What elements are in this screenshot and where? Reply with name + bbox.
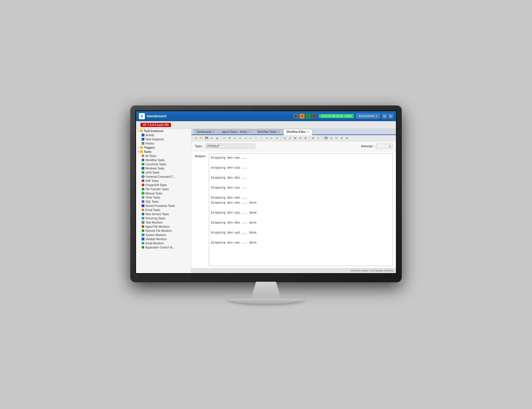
sidebar-item-email-tasks[interactable]: Email Tasks <box>136 208 191 212</box>
sidebar-item-zos-tasks[interactable]: z/OS Tasks <box>136 171 191 175</box>
output-box[interactable]: Stopping dev-uac ... Stopping dev-ua2 ..… <box>209 153 393 266</box>
tb-cut[interactable]: ✂ <box>222 136 227 140</box>
tb-pin[interactable]: ⊕ <box>345 136 349 140</box>
content-area: Dashboards ✕ Agent Status - Active ✕ Wor… <box>191 129 396 273</box>
timer-tasks-label: Timer Tasks <box>145 196 160 199</box>
tab-dashboards[interactable]: Dashboards ✕ <box>194 129 218 134</box>
attempt-input[interactable] <box>376 144 393 149</box>
app-name: stonebranch <box>147 114 167 118</box>
sidebar-item-windows-tasks[interactable]: Windows Tasks <box>136 166 191 171</box>
status-text: Workflow Name: UAS sample workflow <box>351 269 394 272</box>
tab-agent-status-close[interactable]: ✕ <box>249 130 251 133</box>
tab-agent-status[interactable]: Agent Status - Active ✕ <box>219 129 254 134</box>
sidebar-item-workflow-tasks[interactable]: Workflow Tasks <box>136 158 191 162</box>
tb-zoom-fit[interactable]: ⊞ <box>293 136 297 140</box>
tb-undo[interactable]: ↩ <box>233 136 237 140</box>
sidebar-item-recurring-tasks[interactable]: Recurring Tasks <box>136 216 191 220</box>
type-input[interactable] <box>205 144 255 149</box>
sidebar-section-tasks[interactable]: ▾ Tasks <box>136 150 191 154</box>
sql-tasks-label: SQL Tasks <box>145 200 159 203</box>
tb-attach[interactable]: 📎 <box>329 136 333 140</box>
sidebar-item-task-instances[interactable]: Task Instances <box>136 137 191 141</box>
sidebar-item-peoplesoft-tasks[interactable]: PeopleSoft Tasks <box>136 183 191 187</box>
tb-grid[interactable]: ⊞ <box>311 136 315 140</box>
sidebar-item-all-tasks[interactable]: All Tasks <box>136 154 191 158</box>
nav-icon-bell[interactable]: ● <box>300 114 305 119</box>
zos-tasks-icon <box>142 171 144 174</box>
tb-new[interactable]: ⬡ <box>194 136 198 140</box>
tb-arrow3[interactable]: ⇥ <box>264 136 269 140</box>
tb-copy[interactable]: ⧉ <box>227 136 232 140</box>
sidebar-item-sap-tasks[interactable]: SAP Tasks <box>136 179 191 183</box>
output-line-12: Stopping dev-ua1 ... done <box>211 210 391 215</box>
attempt-label: Attempt : <box>361 144 374 148</box>
linux-unix-label: Linux/Unix Tasks <box>145 163 166 166</box>
sidebar-item-history[interactable]: History <box>136 141 191 146</box>
tb-arrow4[interactable]: ⇤ <box>270 136 274 140</box>
tb-save3[interactable]: 💾 <box>324 136 328 140</box>
chevron-down-icon: ▾ <box>376 115 377 118</box>
sidebar-item-activity[interactable]: Activity <box>136 133 191 137</box>
admin-button[interactable]: Administrator ▾ <box>356 114 380 118</box>
tb-arrow2[interactable]: ↙ <box>249 136 253 140</box>
tb-minus[interactable]: − <box>259 136 264 140</box>
window-icon-1[interactable]: ⊡ <box>382 114 387 119</box>
sidebar-item-sql-tasks[interactable]: SQL Tasks <box>136 200 191 204</box>
tb-save[interactable]: 💾 <box>204 136 209 140</box>
sidebar-item-variable-monitors[interactable]: Variable Monitors <box>136 237 191 241</box>
output-line-4 <box>211 170 391 175</box>
sidebar-item-universal-command[interactable]: Universal Command T... <box>136 175 191 179</box>
nav-icon-gear[interactable]: ⚙ <box>312 114 317 119</box>
tb-arrow1[interactable]: ↗ <box>243 136 248 140</box>
sidebar-item-task-monitors[interactable]: Task Monitors <box>136 220 191 225</box>
tb-plus[interactable]: + <box>254 136 258 140</box>
datetime-badge: 2021-07-08 15:32 +0200 <box>319 114 354 118</box>
monitor-base <box>227 298 305 304</box>
output-container: Output : Stopping dev-uac ... Stopping d… <box>191 151 396 268</box>
tab-workflow-editor-close[interactable]: ✕ <box>307 130 309 133</box>
tb-redo[interactable]: ↪ <box>238 136 242 140</box>
tb-save2[interactable]: ⊙ <box>209 136 214 140</box>
email-tasks-label: Email Tasks <box>145 209 160 212</box>
tab-workflow-tasks[interactable]: Workflow Tasks ✕ <box>254 129 283 134</box>
expand-arrow-triggers: + <box>138 146 139 149</box>
tab-workflow-editor[interactable]: Workflow Editor ✕ <box>283 129 312 135</box>
output-line-14: Stopping dev-dbs ... done <box>211 220 391 225</box>
sidebar-item-file-transfer-tasks[interactable]: File Transfer Tasks <box>136 187 191 191</box>
sidebar-item-stored-procedure-tasks[interactable]: Stored Procedure Tasks <box>136 204 191 208</box>
sidebar-item-web-service-tasks[interactable]: Web Service Tasks <box>136 212 191 216</box>
sidebar-item-manual-tasks[interactable]: Manual Tasks <box>136 191 191 195</box>
sidebar-section-task-instances[interactable]: ▾ Task Instances <box>136 129 191 133</box>
output-line-8 <box>211 190 391 195</box>
sql-tasks-icon <box>142 200 144 203</box>
screen: S stonebranch ⊞ ● ✓ ⚙ 2021-07-08 15:32 +… <box>135 110 397 274</box>
tb-print[interactable]: 🖨 <box>215 136 219 140</box>
tb-refresh[interactable]: ↻ <box>334 136 339 140</box>
sidebar-item-application-control[interactable]: Application Control Ta... <box>136 245 191 250</box>
tb-zoom-out[interactable]: 🔎 <box>288 136 292 140</box>
sidebar-item-linux-unix-tasks[interactable]: Linux/Unix Tasks <box>136 162 191 166</box>
sidebar-item-system-monitors[interactable]: System Monitors <box>136 233 191 237</box>
application-control-icon <box>142 246 144 249</box>
tb-delete[interactable]: ✕ <box>275 136 279 140</box>
tb-zoom-in[interactable]: 🔍 <box>282 136 287 140</box>
tab-workflow-tasks-close[interactable]: ✕ <box>278 130 280 133</box>
tab-dashboards-close[interactable]: ✕ <box>213 130 215 133</box>
sidebar-item-remote-file-monitors[interactable]: Remote File Monitors <box>136 229 191 233</box>
sidebar-item-agent-file-monitors[interactable]: Agent File Monitors <box>136 225 191 229</box>
tb-star[interactable]: ★ <box>339 136 344 140</box>
window-icon-2[interactable]: ⊞ <box>388 114 393 119</box>
nav-icon-check[interactable]: ✓ <box>306 114 311 119</box>
nav-icon-grid[interactable]: ⊞ <box>293 114 298 119</box>
output-line-7: Stopping dev-ua1 ... <box>211 185 391 190</box>
sidebar-section-triggers[interactable]: + Triggers <box>136 146 191 150</box>
sidebar-item-email-monitors[interactable]: Email Monitors <box>136 241 191 245</box>
sap-tasks-label: SAP Tasks <box>145 179 159 182</box>
tb-list[interactable]: ≡ <box>316 136 321 140</box>
tb-open[interactable]: 📂 <box>199 136 203 140</box>
sidebar-item-timer-tasks[interactable]: Timer Tasks <box>136 195 191 200</box>
task-instances-icon <box>140 129 143 132</box>
tb-zoom-page[interactable]: ⊟ <box>303 136 308 140</box>
tb-zoom-reset[interactable]: ⊡ <box>298 136 303 140</box>
peoplesoft-tasks-icon <box>142 184 144 186</box>
